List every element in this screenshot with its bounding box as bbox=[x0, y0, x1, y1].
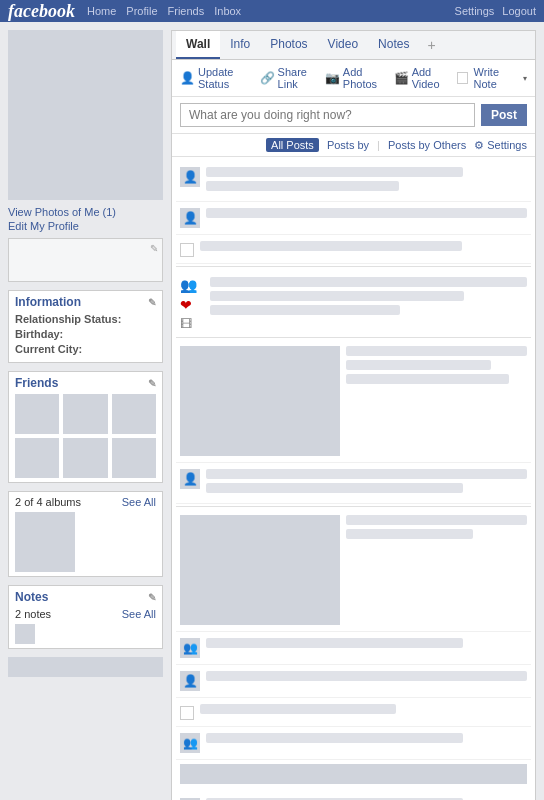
feed-content-6 bbox=[206, 671, 527, 685]
nav-friends[interactable]: Friends bbox=[168, 5, 205, 17]
information-section: Information ✎ Relationship Status: Birth… bbox=[8, 290, 163, 363]
notes-edit-icon[interactable]: ✎ bbox=[148, 592, 156, 603]
posts-by-others-filter[interactable]: Posts by Others bbox=[388, 139, 466, 151]
feed-avatar-1: 👤 bbox=[180, 167, 200, 187]
add-video-btn[interactable]: 🎬 Add Video bbox=[394, 66, 452, 90]
albums-label: 2 of 4 albums bbox=[15, 496, 81, 508]
information-title: Information bbox=[15, 295, 81, 309]
notes-see-all[interactable]: See All bbox=[122, 608, 156, 620]
friends-edit-icon[interactable]: ✎ bbox=[148, 378, 156, 389]
friend-thumb-1[interactable] bbox=[15, 394, 59, 434]
notes-header: Notes ✎ bbox=[15, 590, 156, 604]
feed-item-1: 👤 bbox=[176, 161, 531, 202]
tab-wall[interactable]: Wall bbox=[176, 31, 220, 59]
birthday-row: Birthday: bbox=[15, 328, 156, 340]
posts-by-filter[interactable]: Posts by bbox=[327, 139, 369, 151]
feed-checkbox-2[interactable] bbox=[180, 706, 194, 720]
city-label: Current City: bbox=[15, 343, 82, 355]
media-content-1 bbox=[346, 346, 527, 456]
update-status-btn[interactable]: 👤 Update Status bbox=[180, 66, 254, 90]
top-right-links: Settings Logout bbox=[455, 5, 536, 17]
media-line-4 bbox=[346, 515, 527, 525]
notes-count-row: 2 notes See All bbox=[15, 608, 156, 620]
tab-add-button[interactable]: + bbox=[419, 31, 443, 59]
feed-line-7 bbox=[206, 638, 463, 648]
top-navigation: facebook Home Profile Friends Inbox Sett… bbox=[0, 0, 544, 22]
city-row: Current City: bbox=[15, 343, 156, 355]
logout-link[interactable]: Logout bbox=[502, 5, 536, 17]
activity-line-3 bbox=[210, 305, 400, 315]
feed-item-3 bbox=[176, 235, 531, 264]
settings-link[interactable]: Settings bbox=[455, 5, 495, 17]
write-note-checkbox[interactable] bbox=[457, 72, 467, 84]
friend-thumb-4[interactable] bbox=[15, 438, 59, 478]
albums-section: 2 of 4 albums See All bbox=[8, 491, 163, 577]
media-image-1 bbox=[180, 346, 340, 456]
share-link-label: Share Link bbox=[278, 66, 319, 90]
wide-placeholder-block bbox=[176, 760, 531, 792]
post-button[interactable]: Post bbox=[481, 104, 527, 126]
album-thumb[interactable] bbox=[15, 512, 75, 572]
update-status-icon: 👤 bbox=[180, 71, 195, 85]
edit-profile-link[interactable]: Edit My Profile bbox=[8, 220, 163, 232]
feed-item-5: 👥 bbox=[176, 632, 531, 665]
friends-title: Friends bbox=[15, 376, 58, 390]
bio-text-area[interactable]: ✎ bbox=[8, 238, 163, 282]
heart-icon: ❤ bbox=[180, 297, 204, 313]
feed-line-6 bbox=[206, 483, 463, 493]
feed-item-7 bbox=[176, 698, 531, 727]
birthday-label: Birthday: bbox=[15, 328, 63, 340]
tab-photos[interactable]: Photos bbox=[260, 31, 317, 59]
feed-item-8: 👥 bbox=[176, 727, 531, 760]
nav-home[interactable]: Home bbox=[87, 5, 116, 17]
add-photos-btn[interactable]: 📷 Add Photos bbox=[325, 66, 388, 90]
tab-info[interactable]: Info bbox=[220, 31, 260, 59]
activity-line-2 bbox=[210, 291, 464, 301]
write-note-btn[interactable]: Write Note bbox=[474, 66, 517, 90]
feed-area: 👤 👤 bbox=[172, 157, 535, 800]
right-content: Wall Info Photos Video Notes + 👤 Update … bbox=[171, 30, 536, 800]
feed-checkbox-1[interactable] bbox=[180, 243, 194, 257]
media-line-2 bbox=[346, 360, 491, 370]
film-icon: 🎞 bbox=[180, 317, 204, 331]
write-note-label: Write Note bbox=[474, 66, 517, 90]
nav-profile[interactable]: Profile bbox=[126, 5, 157, 17]
dropdown-arrow-icon[interactable]: ▾ bbox=[523, 74, 527, 83]
feed-avatar-5: 👤 bbox=[180, 671, 200, 691]
tab-video[interactable]: Video bbox=[318, 31, 368, 59]
status-input[interactable] bbox=[180, 103, 475, 127]
feed-content-2 bbox=[206, 208, 527, 222]
relationship-label: Relationship Status: bbox=[15, 313, 121, 325]
all-posts-filter[interactable]: All Posts bbox=[266, 138, 319, 152]
people-icon: 👥 bbox=[180, 277, 204, 293]
wide-bar bbox=[180, 764, 527, 784]
feed-line-8 bbox=[206, 671, 527, 681]
albums-see-all[interactable]: See All bbox=[122, 496, 156, 508]
feed-line-10 bbox=[206, 733, 463, 743]
media-line-1 bbox=[346, 346, 527, 356]
nav-inbox[interactable]: Inbox bbox=[214, 5, 241, 17]
media-feed-item-1 bbox=[176, 340, 531, 463]
video-embed-section: 📷 bbox=[176, 792, 531, 800]
bio-edit-icon[interactable]: ✎ bbox=[150, 243, 158, 254]
status-input-row: Post bbox=[172, 97, 535, 134]
feed-line-2 bbox=[206, 181, 399, 191]
update-status-label: Update Status bbox=[198, 66, 254, 90]
friend-thumb-6[interactable] bbox=[112, 438, 156, 478]
feed-settings-link[interactable]: ⚙ Settings bbox=[474, 139, 527, 152]
add-photos-label: Add Photos bbox=[343, 66, 388, 90]
notes-thumb[interactable] bbox=[15, 624, 35, 644]
feed-line-1 bbox=[206, 167, 463, 177]
friend-thumb-5[interactable] bbox=[63, 438, 107, 478]
information-edit-icon[interactable]: ✎ bbox=[148, 297, 156, 308]
media-content-2 bbox=[346, 515, 527, 625]
share-link-btn[interactable]: 🔗 Share Link bbox=[260, 66, 319, 90]
tab-notes[interactable]: Notes bbox=[368, 31, 419, 59]
profile-photo[interactable] bbox=[8, 30, 163, 200]
friend-thumb-2[interactable] bbox=[63, 394, 107, 434]
view-photos-link[interactable]: View Photos of Me (1) bbox=[8, 206, 163, 218]
friend-thumb-3[interactable] bbox=[112, 394, 156, 434]
feed-activity-block: 👥 ❤ 🎞 bbox=[176, 269, 531, 335]
feed-item-6: 👤 bbox=[176, 665, 531, 698]
add-video-label: Add Video bbox=[412, 66, 452, 90]
